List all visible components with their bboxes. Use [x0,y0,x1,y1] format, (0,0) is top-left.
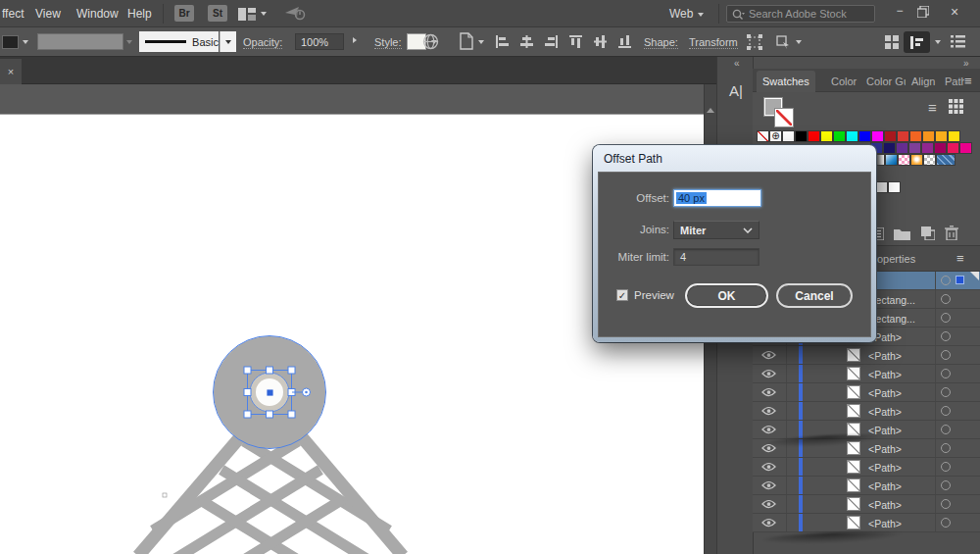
layer-thumbnail[interactable] [847,385,860,399]
document-tab-close[interactable]: × [0,59,22,84]
document-setup-globe-icon[interactable] [422,33,439,50]
tab-color[interactable]: Color [825,71,862,92]
align-h-center-icon[interactable] [519,34,534,49]
stroke-indicator[interactable] [774,108,794,127]
layer-row[interactable]: <Path> [753,402,980,421]
swatch[interactable] [947,142,959,154]
layer-thumbnail[interactable] [847,441,860,455]
chevron-down-icon[interactable] [478,40,484,44]
ok-button[interactable]: OK [685,283,768,308]
swatch[interactable] [808,130,820,142]
layer-row[interactable]: <Path> [753,458,980,477]
swatch[interactable] [757,130,769,142]
swatch[interactable] [936,154,956,166]
panel-list-icon[interactable] [951,35,965,48]
miter-limit-input[interactable]: 4 [673,248,760,266]
layer-target-circle[interactable] [941,387,951,397]
layer-thumbnail[interactable] [847,423,860,436]
menu-view[interactable]: View [35,7,61,21]
swatch[interactable] [910,154,923,166]
swatch[interactable] [898,154,910,166]
layer-target-circle[interactable] [941,518,951,528]
character-panel-icon[interactable]: A| [729,82,743,99]
layer-thumbnail[interactable] [847,516,860,529]
preview-checkbox[interactable]: ✓ [616,289,628,301]
swatch[interactable] [885,154,898,166]
chevron-down-icon[interactable] [935,40,941,44]
workspace-select[interactable]: Web [669,7,693,21]
align-bottom-icon[interactable] [617,34,632,49]
layer-target-circle[interactable] [941,425,951,434]
bridge-button[interactable]: Br [174,5,194,22]
visibility-eye-icon[interactable] [761,443,776,453]
chevron-down-icon[interactable] [261,12,267,16]
layer-row[interactable]: <Path> [753,439,980,458]
swatch[interactable]: ⊕ [769,130,782,142]
tab-color-guide[interactable]: Color Guide [860,71,906,92]
swatch[interactable] [883,142,896,154]
grid-view-icon[interactable] [949,99,963,114]
swatch[interactable] [934,142,947,154]
pasteboard[interactable] [0,84,704,115]
swatch[interactable] [833,130,846,142]
layer-target-circle[interactable] [941,369,951,378]
layer-target-circle[interactable] [941,462,951,472]
swatch[interactable] [875,181,888,193]
swatch[interactable] [858,130,871,142]
document-tab-bar[interactable] [0,57,716,84]
layer-target-circle[interactable] [941,350,951,360]
isolate-selection-icon[interactable] [775,34,791,50]
document-setup-icon[interactable] [460,32,473,50]
transform-label[interactable]: Transform [689,36,738,49]
layer-target-circle[interactable] [941,443,951,453]
visibility-eye-icon[interactable] [761,387,776,397]
docked-panel-button[interactable] [904,31,930,53]
joins-select[interactable]: Miter [673,221,760,239]
new-swatch-icon[interactable] [921,227,935,240]
opacity-label[interactable]: Opacity: [243,36,282,49]
window-restore-button[interactable] [917,6,929,18]
menu-help[interactable]: Help [127,7,152,21]
swatch[interactable] [909,130,922,142]
swatch-folder-icon[interactable] [894,227,910,240]
swatch[interactable] [896,142,908,154]
swatch[interactable] [908,142,921,154]
swatch[interactable] [884,130,897,142]
menu-effect[interactable]: ffect [2,7,24,21]
layer-row[interactable]: <Path> [753,495,980,514]
layer-thumbnail[interactable] [847,460,860,474]
layer-thumbnail[interactable] [847,478,860,492]
swatch[interactable] [782,130,795,142]
visibility-eye-icon[interactable] [761,462,776,472]
swatch[interactable] [959,142,972,154]
swatch[interactable] [935,130,948,142]
swatch[interactable] [923,154,936,166]
stroke-profile-dropdown[interactable]: Basic [139,31,219,52]
cancel-button[interactable]: Cancel [776,283,853,308]
expand-panels-icon[interactable]: « [734,58,740,69]
arrange-documents-icon[interactable] [885,35,899,49]
swatch[interactable] [897,130,909,142]
layer-row[interactable]: <Path> [753,421,980,439]
chevron-down-icon[interactable] [126,40,132,44]
window-minimize-button[interactable]: − [890,4,909,18]
layer-target-circle[interactable] [941,331,951,341]
swatch[interactable] [948,130,960,142]
visibility-eye-icon[interactable] [761,350,776,360]
layer-thumbnail[interactable] [847,497,860,511]
align-top-icon[interactable] [568,34,583,49]
visibility-eye-icon[interactable] [761,480,776,490]
shape-label[interactable]: Shape: [644,36,678,49]
stroke-profile-chevron[interactable] [220,31,236,52]
panel-menu-icon[interactable]: ≡ [964,74,972,88]
swatch[interactable] [888,181,901,193]
swatch[interactable] [922,130,935,142]
workspace-switcher-icon[interactable] [238,8,256,21]
layer-target-circle[interactable] [941,313,951,323]
layer-row[interactable]: <Path> [753,514,980,532]
bounding-box-icon[interactable] [747,34,762,50]
chevron-right-icon[interactable] [353,37,357,43]
tab-align[interactable]: Align [906,71,941,92]
layer-thumbnail[interactable] [847,367,860,380]
collapse-panels-icon[interactable]: » [963,58,969,69]
